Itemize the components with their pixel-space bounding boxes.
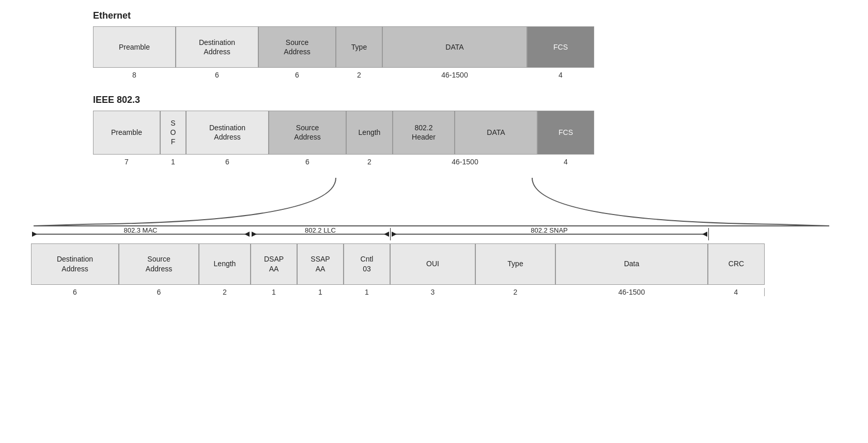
ieee-frame: Preamble SOF DestinationAddress SourceAd… <box>93 111 837 155</box>
ieee-preamble-size: 7 <box>93 158 160 166</box>
eth-type-size: 2 <box>336 71 382 79</box>
ieee-802-2-header: 802.2Header <box>393 111 455 155</box>
bot-data-size: 46-1500 <box>555 288 708 296</box>
ieee-combined-size: 46-1500 <box>393 158 537 166</box>
svg-marker-2 <box>32 232 37 237</box>
mac-bracket: 802.3 MAC <box>31 227 251 241</box>
bot-dest-size: 6 <box>31 288 119 296</box>
bot-crc: CRC <box>708 243 765 285</box>
eth-dest-size: 6 <box>176 71 258 79</box>
eth-src-address: SourceAddress <box>258 26 336 68</box>
ieee-length: Length <box>346 111 393 155</box>
mac-arrow: 802.3 MAC <box>31 227 251 241</box>
ieee-src-size: 6 <box>269 158 346 166</box>
bot-oui-size: 3 <box>390 288 475 296</box>
bot-type: Type <box>475 243 555 285</box>
snap-bracket: 802.2 SNAP <box>391 227 708 241</box>
llc-arrow: 802.2 LLC <box>251 227 390 241</box>
bot-ssap-size: 1 <box>297 288 344 296</box>
ieee-title: IEEE 802.3 <box>93 95 837 105</box>
bot-src-address: SourceAddress <box>119 243 199 285</box>
ieee-src-address: SourceAddress <box>269 111 346 155</box>
svg-text:802.2 LLC: 802.2 LLC <box>305 227 336 234</box>
bot-data: Data <box>555 243 708 285</box>
bot-type-size: 2 <box>475 288 555 296</box>
bot-dest-address: DestinationAddress <box>31 243 119 285</box>
svg-marker-3 <box>244 232 250 237</box>
eth-src-size: 6 <box>258 71 336 79</box>
bot-dsap: DSAPAA <box>251 243 297 285</box>
eth-preamble: Preamble <box>93 26 176 68</box>
svg-text:802.2 SNAP: 802.2 SNAP <box>531 227 568 234</box>
bottom-section: 802.3 MAC 802.2 LLC 802.2 SNAP <box>31 227 837 296</box>
ethernet-frame: Preamble DestinationAddress SourceAddres… <box>93 26 837 68</box>
bot-crc-size: 4 <box>708 288 765 296</box>
svg-marker-10 <box>392 232 397 237</box>
eth-type: Type <box>336 26 382 68</box>
ethernet-sizes: 8 6 6 2 46-1500 4 <box>93 71 837 79</box>
ieee-data: DATA <box>455 111 537 155</box>
bot-dsap-size: 1 <box>251 288 297 296</box>
eth-preamble-size: 8 <box>93 71 176 79</box>
ieee-sizes: 7 1 6 6 2 46-1500 4 <box>93 158 837 166</box>
expansion-curve <box>31 175 837 227</box>
bot-cntl-size: 1 <box>344 288 390 296</box>
ieee-dest-size: 6 <box>186 158 269 166</box>
ieee-sof: SOF <box>160 111 186 155</box>
bot-ssap: SSAPAA <box>297 243 344 285</box>
eth-dest-address: DestinationAddress <box>176 26 258 68</box>
snap-arrow: 802.2 SNAP <box>391 227 708 241</box>
bottom-sizes: 6 6 2 1 1 1 3 2 46-1500 4 <box>31 288 816 296</box>
eth-data-size: 46-1500 <box>382 71 527 79</box>
bottom-frame: DestinationAddress SourceAddress Length … <box>31 243 816 285</box>
ieee-sof-size: 1 <box>160 158 186 166</box>
ieee-fcs-size: 4 <box>537 158 594 166</box>
eth-data: DATA <box>382 26 527 68</box>
bot-cntl: Cntl03 <box>344 243 390 285</box>
bot-length: Length <box>199 243 251 285</box>
ieee-length-size: 2 <box>346 158 393 166</box>
svg-marker-6 <box>252 232 257 237</box>
ieee-dest-address: DestinationAddress <box>186 111 269 155</box>
bot-length-size: 2 <box>199 288 251 296</box>
eth-fcs-size: 4 <box>527 71 594 79</box>
llc-bracket: 802.2 LLC <box>251 227 390 241</box>
svg-marker-11 <box>702 232 707 237</box>
ieee-fcs: FCS <box>537 111 594 155</box>
bot-oui: OUI <box>390 243 475 285</box>
ethernet-title: Ethernet <box>93 10 837 21</box>
ieee-preamble: Preamble <box>93 111 160 155</box>
svg-text:802.3 MAC: 802.3 MAC <box>123 227 157 234</box>
bot-src-size: 6 <box>119 288 199 296</box>
eth-fcs: FCS <box>527 26 594 68</box>
svg-marker-7 <box>384 232 389 237</box>
